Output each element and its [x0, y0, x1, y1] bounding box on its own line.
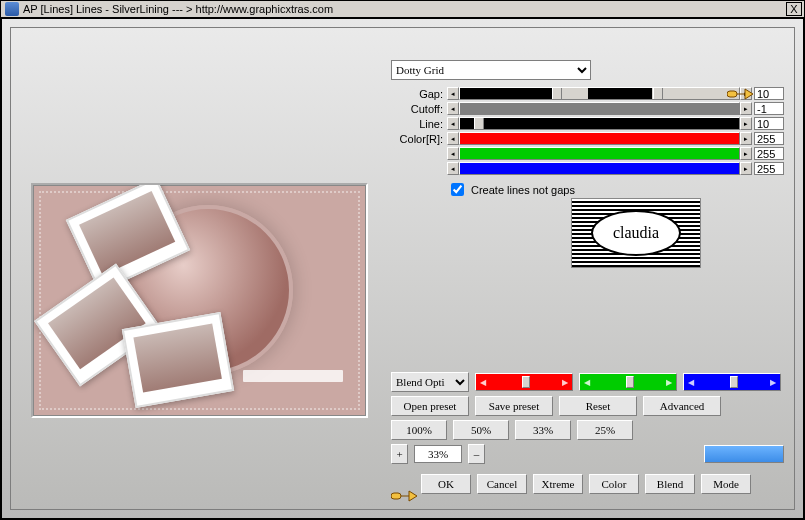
sliders-group: Gap: ◂ ▸ 10 Cutoff: ◂	[391, 86, 784, 176]
slider-label-gap: Gap:	[391, 88, 447, 100]
logo-box: claudia	[571, 198, 701, 268]
zoom-50-button[interactable]: 50%	[453, 420, 509, 440]
b-value[interactable]: 255	[754, 162, 784, 175]
client-area: Dotty Grid Gap: ◂ ▸ 10	[1, 18, 804, 519]
rgb-handle-red[interactable]	[522, 376, 530, 388]
create-lines-label: Create lines not gaps	[471, 184, 575, 196]
triangle-right-icon: ▶	[666, 378, 672, 387]
open-preset-button[interactable]: Open preset	[391, 396, 469, 416]
g-fill	[460, 148, 739, 159]
rgb-slider-red[interactable]: ◀ ▶	[475, 373, 573, 391]
zoom-100-button[interactable]: 100%	[391, 420, 447, 440]
zoom-33-button[interactable]: 33%	[515, 420, 571, 440]
slider-row-gap: Gap: ◂ ▸ 10	[391, 86, 784, 101]
slider-row-line: Line: ◂ ▸ 10	[391, 116, 784, 131]
pointer-hand-icon	[727, 85, 755, 103]
line-decrement[interactable]: ◂	[447, 117, 459, 130]
triangle-left-icon: ◀	[688, 378, 694, 387]
slider-row-cutoff: Cutoff: ◂ ▸ -1	[391, 101, 784, 116]
b-track[interactable]	[459, 162, 740, 175]
triangle-right-icon: ▶	[562, 378, 568, 387]
line-increment[interactable]: ▸	[740, 117, 752, 130]
r-value[interactable]: 255	[754, 132, 784, 145]
create-lines-checkbox[interactable]	[451, 183, 464, 196]
slider-row-color-r: Color[R]: ◂ ▸ 255	[391, 131, 784, 146]
g-increment[interactable]: ▸	[740, 147, 752, 160]
slider-row-color-b: ◂ ▸ 255	[391, 161, 784, 176]
cutoff-value[interactable]: -1	[754, 102, 784, 115]
line-handle[interactable]	[474, 118, 484, 129]
color-button[interactable]: Color	[589, 474, 639, 494]
slider-label-cutoff: Cutoff:	[391, 103, 447, 115]
slider-label-color-r: Color[R]:	[391, 133, 447, 145]
line-track[interactable]	[459, 117, 740, 130]
line-fill	[460, 118, 739, 129]
rgb-slider-green[interactable]: ◀ ▶	[579, 373, 677, 391]
titlebar: AP [Lines] Lines - SilverLining --- > ht…	[0, 0, 805, 18]
r-track[interactable]	[459, 132, 740, 145]
cutoff-increment[interactable]: ▸	[740, 102, 752, 115]
blend-button[interactable]: Blend	[645, 474, 695, 494]
rgb-handle-blue[interactable]	[730, 376, 738, 388]
preview-photo-3	[122, 312, 234, 408]
gap-value[interactable]: 10	[754, 87, 784, 100]
cutoff-track[interactable]	[459, 102, 740, 115]
b-decrement[interactable]: ◂	[447, 162, 459, 175]
preview-image	[31, 183, 368, 418]
slider-row-color-g: ◂ ▸ 255	[391, 146, 784, 161]
reset-button[interactable]: Reset	[559, 396, 637, 416]
xtreme-button[interactable]: Xtreme	[533, 474, 583, 494]
triangle-right-icon: ▶	[770, 378, 776, 387]
gap-track[interactable]	[459, 87, 740, 100]
window-title: AP [Lines] Lines - SilverLining --- > ht…	[23, 3, 333, 15]
advanced-button[interactable]: Advanced	[643, 396, 721, 416]
plugin-window: AP [Lines] Lines - SilverLining --- > ht…	[0, 0, 805, 520]
svg-rect-1	[391, 493, 401, 499]
mode-button[interactable]: Mode	[701, 474, 751, 494]
zoom-in-button[interactable]: +	[391, 444, 408, 464]
cancel-button[interactable]: Cancel	[477, 474, 527, 494]
ok-button[interactable]: OK	[421, 474, 471, 494]
line-value[interactable]: 10	[754, 117, 784, 130]
gap-handle-2[interactable]	[653, 88, 663, 99]
r-increment[interactable]: ▸	[740, 132, 752, 145]
zoom-out-button[interactable]: –	[468, 444, 485, 464]
cutoff-fill	[460, 103, 739, 114]
checkbox-row: Create lines not gaps	[447, 180, 784, 199]
pointer-hand-icon	[391, 487, 419, 505]
gap-fill-2	[588, 88, 652, 99]
b-fill	[460, 163, 739, 174]
rgb-slider-blue[interactable]: ◀ ▶	[683, 373, 781, 391]
color-swatch[interactable]	[704, 445, 784, 463]
bottom-panel: Blend Opti ◀ ▶ ◀ ▶ ◀ ▶	[391, 368, 784, 494]
triangle-left-icon: ◀	[584, 378, 590, 387]
g-decrement[interactable]: ◂	[447, 147, 459, 160]
b-increment[interactable]: ▸	[740, 162, 752, 175]
slider-label-line: Line:	[391, 118, 447, 130]
cutoff-decrement[interactable]: ◂	[447, 102, 459, 115]
save-preset-button[interactable]: Save preset	[475, 396, 553, 416]
g-track[interactable]	[459, 147, 740, 160]
svg-rect-0	[727, 91, 737, 97]
gap-fill-1	[460, 88, 552, 99]
gap-decrement[interactable]: ◂	[447, 87, 459, 100]
inner-frame: Dotty Grid Gap: ◂ ▸ 10	[10, 27, 795, 510]
triangle-left-icon: ◀	[480, 378, 486, 387]
rgb-handle-green[interactable]	[626, 376, 634, 388]
app-icon	[5, 2, 19, 16]
g-value[interactable]: 255	[754, 147, 784, 160]
close-button[interactable]: X	[786, 2, 802, 16]
logo-text: claudia	[591, 210, 681, 256]
preset-dropdown[interactable]: Dotty Grid	[391, 60, 591, 80]
r-decrement[interactable]: ◂	[447, 132, 459, 145]
gap-handle-1[interactable]	[552, 88, 562, 99]
r-fill	[460, 133, 739, 144]
controls-panel: Dotty Grid Gap: ◂ ▸ 10	[391, 60, 784, 199]
preview-white-bar	[243, 370, 343, 382]
zoom-25-button[interactable]: 25%	[577, 420, 633, 440]
zoom-value[interactable]: 33%	[414, 445, 462, 463]
blend-mode-dropdown[interactable]: Blend Opti	[391, 372, 469, 392]
